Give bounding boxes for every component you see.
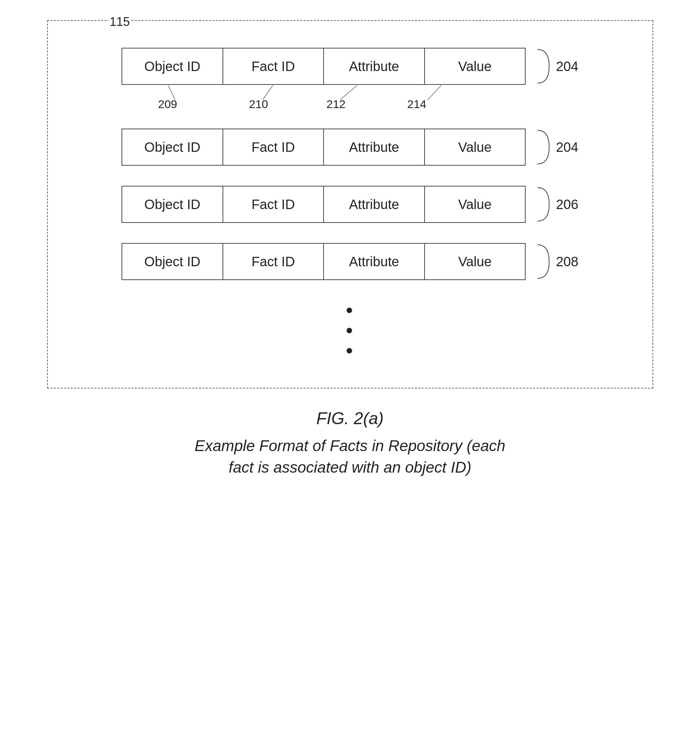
cell-object-id-1: Object ID — [122, 48, 223, 84]
bracket-group-3: 206 — [536, 186, 578, 223]
annotation-212: 212 — [327, 97, 346, 111]
bracket-group-2: 204 — [536, 128, 578, 165]
bracket-label-4: 208 — [556, 254, 578, 269]
caption-title: FIG. 2(a) — [195, 409, 505, 428]
svg-line-3 — [428, 85, 441, 100]
caption-area: FIG. 2(a) Example Format of Facts in Rep… — [195, 409, 505, 478]
caption-subtitle: Example Format of Facts in Repository (e… — [195, 435, 505, 478]
cell-fact-id-2: Fact ID — [223, 129, 324, 165]
cell-attribute-3: Attribute — [324, 187, 425, 222]
cell-attribute-4: Attribute — [324, 244, 425, 280]
bracket-group-1: 204 — [536, 48, 578, 85]
bracket-svg-3 — [536, 186, 553, 223]
container-label: 115 — [108, 15, 131, 29]
bracket-label-1: 204 — [556, 59, 578, 74]
ellipsis: ••• — [346, 300, 354, 361]
cell-object-id-3: Object ID — [122, 187, 223, 222]
cell-object-id-2: Object ID — [122, 129, 223, 165]
diagram-container: 115 Object ID Fact ID Attribute Value 20… — [47, 20, 653, 388]
caption-line2: fact is associated with an object ID) — [229, 459, 471, 476]
cell-object-id-4: Object ID — [122, 244, 223, 280]
cell-value-2: Value — [425, 129, 525, 165]
fact-record-2: Object ID Fact ID Attribute Value — [122, 128, 525, 165]
row-group-1: Object ID Fact ID Attribute Value 204 — [68, 48, 632, 108]
cell-value-4: Value — [425, 244, 525, 280]
fact-row-1: Object ID Fact ID Attribute Value 204 — [68, 48, 632, 85]
fact-row-4: Object ID Fact ID Attribute Value 208 — [68, 243, 632, 280]
fact-row-3: Object ID Fact ID Attribute Value 206 — [68, 186, 632, 223]
annotation-214: 214 — [407, 97, 426, 111]
caption-line1: Example Format of Facts in Repository (e… — [195, 437, 505, 454]
bracket-svg-2 — [536, 128, 553, 165]
fact-record-1: Object ID Fact ID Attribute Value — [122, 48, 525, 85]
cell-attribute-2: Attribute — [324, 129, 425, 165]
ellipsis-row: ••• — [68, 300, 632, 361]
fact-record-4: Object ID Fact ID Attribute Value — [122, 243, 525, 280]
annotation-209: 209 — [158, 97, 178, 111]
cell-fact-id-3: Fact ID — [223, 187, 324, 222]
fact-record-3: Object ID Fact ID Attribute Value — [122, 186, 525, 223]
annotation-row-1: 209 210 212 214 — [135, 85, 539, 108]
cell-value-1: Value — [425, 48, 525, 84]
bracket-group-4: 208 — [536, 243, 578, 280]
bracket-label-3: 206 — [556, 197, 578, 212]
annotation-210: 210 — [249, 97, 268, 111]
cell-fact-id-1: Fact ID — [223, 48, 324, 84]
bracket-label-2: 204 — [556, 140, 578, 155]
fact-row-2: Object ID Fact ID Attribute Value 204 — [68, 128, 632, 165]
bracket-svg-1 — [536, 48, 553, 85]
cell-value-3: Value — [425, 187, 525, 222]
cell-attribute-1: Attribute — [324, 48, 425, 84]
cell-fact-id-4: Fact ID — [223, 244, 324, 280]
bracket-svg-4 — [536, 243, 553, 280]
